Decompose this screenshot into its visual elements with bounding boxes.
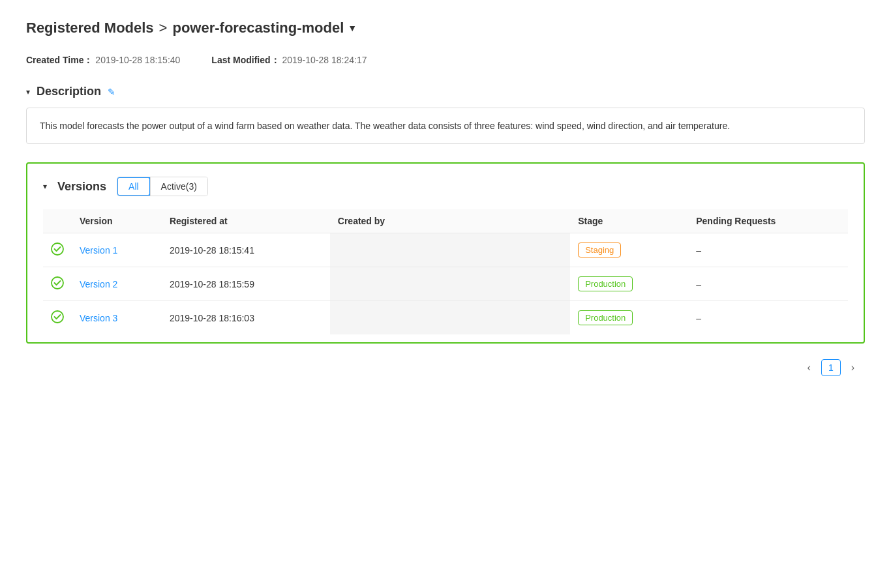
versions-header: ▾ Versions All Active(3) [43, 177, 848, 196]
breadcrumb-separator: > [159, 20, 168, 37]
metadata-row: Created Time： 2019-10-28 18:15:40 Last M… [26, 55, 865, 66]
row-version[interactable]: Version 1 [72, 233, 162, 267]
row-registered-at: 2019-10-28 18:15:59 [162, 267, 330, 301]
stage-badge[interactable]: Production [578, 310, 633, 325]
row-created-by [330, 233, 570, 267]
last-modified-meta: Last Modified： 2019-10-28 18:24:17 [211, 55, 367, 66]
pagination: ‹ 1 › [26, 359, 865, 376]
pagination-current-page[interactable]: 1 [821, 359, 841, 376]
row-registered-at: 2019-10-28 18:16:03 [162, 301, 330, 335]
last-modified-value: 2019-10-28 18:24:17 [282, 55, 367, 65]
created-time-value: 2019-10-28 18:15:40 [95, 55, 180, 65]
row-status-icon [43, 233, 72, 267]
row-pending-requests: – [688, 233, 848, 267]
description-section-title: Description [37, 85, 101, 98]
created-time-label: Created Time： [26, 55, 93, 65]
table-row: Version 32019-10-28 18:16:03Production– [43, 301, 848, 335]
description-box: This model forecasts the power output of… [26, 108, 865, 144]
col-header-stage: Stage [570, 209, 688, 233]
pagination-prev[interactable]: ‹ [802, 359, 816, 376]
page-header: Registered Models > power-forecasting-mo… [26, 20, 865, 37]
versions-collapse-arrow[interactable]: ▾ [43, 182, 47, 191]
model-dropdown-icon[interactable]: ▼ [348, 23, 357, 33]
tab-active[interactable]: Active(3) [150, 177, 207, 196]
row-stage: Production [570, 301, 688, 335]
breadcrumb-registered-models[interactable]: Registered Models [26, 20, 154, 37]
svg-point-0 [52, 243, 63, 255]
versions-container: ▾ Versions All Active(3) Version Registe… [26, 162, 865, 344]
versions-section-title: Versions [57, 180, 106, 194]
description-text: This model forecasts the power output of… [40, 121, 730, 131]
col-header-created-by: Created by [330, 209, 570, 233]
version-link[interactable]: Version 1 [80, 245, 117, 256]
pagination-next[interactable]: › [846, 359, 860, 376]
row-version[interactable]: Version 3 [72, 301, 162, 335]
table-row: Version 12019-10-28 18:15:41Staging– [43, 233, 848, 267]
row-created-by [330, 301, 570, 335]
description-section-header: ▾ Description ✎ [26, 85, 865, 98]
svg-point-2 [52, 311, 63, 323]
versions-tab-group: All Active(3) [117, 177, 208, 196]
breadcrumb-model-name: power-forecasting-model [172, 20, 344, 37]
version-link[interactable]: Version 3 [80, 313, 117, 323]
row-status-icon [43, 267, 72, 301]
col-header-version: Version [72, 209, 162, 233]
stage-badge[interactable]: Production [578, 276, 633, 291]
version-link[interactable]: Version 2 [80, 279, 117, 289]
row-pending-requests: – [688, 267, 848, 301]
row-pending-requests: – [688, 301, 848, 335]
col-header-pending-requests: Pending Requests [688, 209, 848, 233]
row-stage: Staging [570, 233, 688, 267]
versions-table: Version Registered at Created by Stage P… [43, 209, 848, 334]
col-header-registered-at: Registered at [162, 209, 330, 233]
table-row: Version 22019-10-28 18:15:59Production– [43, 267, 848, 301]
svg-point-1 [52, 277, 63, 289]
row-version[interactable]: Version 2 [72, 267, 162, 301]
check-circle-icon [51, 276, 64, 289]
row-status-icon [43, 301, 72, 335]
check-circle-icon [51, 310, 64, 323]
description-collapse-arrow[interactable]: ▾ [26, 87, 30, 96]
row-stage: Production [570, 267, 688, 301]
stage-badge[interactable]: Staging [578, 243, 621, 257]
tab-all[interactable]: All [117, 177, 151, 196]
col-header-status [43, 209, 72, 233]
row-registered-at: 2019-10-28 18:15:41 [162, 233, 330, 267]
check-circle-icon [51, 243, 64, 256]
row-created-by [330, 267, 570, 301]
description-edit-icon[interactable]: ✎ [108, 87, 115, 97]
created-time-meta: Created Time： 2019-10-28 18:15:40 [26, 55, 180, 66]
last-modified-label: Last Modified： [211, 55, 279, 65]
